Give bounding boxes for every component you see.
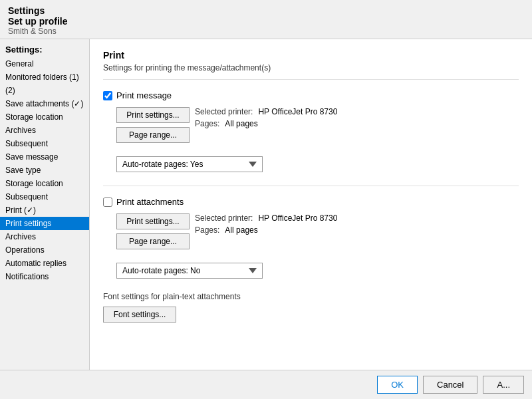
pages-label-attachments: Pages: xyxy=(195,225,219,235)
print-attachments-checkbox[interactable] xyxy=(103,198,112,207)
auto-rotate-attachments-select[interactable]: Auto-rotate pages: Yes Auto-rotate pages… xyxy=(116,263,263,279)
sidebar-item-subsequent2[interactable]: Subsequent xyxy=(0,190,89,203)
pages-row-attachments: Pages: All pages xyxy=(195,225,337,235)
print-message-label: Print message xyxy=(116,90,172,100)
print-message-buttons: Print settings... Page range... xyxy=(116,107,190,143)
content-area: Print Settings for printing the message/… xyxy=(90,39,532,370)
pages-value-message: All pages xyxy=(225,119,257,128)
ok-button[interactable]: OK xyxy=(377,376,418,394)
print-message-section: Print message Print settings... Page ran… xyxy=(103,90,519,172)
profile-label: Set up profile xyxy=(8,16,524,27)
sidebar-item-print-settings[interactable]: Print settings xyxy=(0,217,89,230)
font-settings-btn[interactable]: Font settings... xyxy=(103,307,176,323)
content-title: Print xyxy=(103,50,519,61)
print-settings-btn-attachments[interactable]: Print settings... xyxy=(116,213,190,229)
print-attachments-grid: Print settings... Page range... Selected… xyxy=(116,213,519,256)
main-area: Settings: GeneralMonitored folders (1)(2… xyxy=(0,39,532,370)
pages-row-message: Pages: All pages xyxy=(195,119,337,128)
sidebar-item-monitored-folders[interactable]: Monitored folders (1) xyxy=(0,70,89,84)
print-attachments-section: Print attachments Print settings... Page… xyxy=(103,197,519,279)
sidebar-item-subsequent[interactable]: Subsequent xyxy=(0,137,89,150)
company-name: Smith & Sons xyxy=(8,27,524,36)
print-attachments-inner: Print settings... Page range... Selected… xyxy=(116,213,519,279)
selected-printer-row-message: Selected printer: HP OfficeJet Pro 8730 xyxy=(195,107,337,116)
page-range-btn-attachments[interactable]: Page range... xyxy=(116,233,190,249)
section-divider-1 xyxy=(103,186,519,186)
sidebar-item-save-type[interactable]: Save type xyxy=(0,164,89,177)
print-message-inner: Print settings... Page range... Selected… xyxy=(116,107,519,172)
sidebar-item-automatic-replies[interactable]: Automatic replies xyxy=(0,257,89,270)
sidebar-item-archives2[interactable]: Archives xyxy=(0,230,89,243)
sidebar-item-archives[interactable]: Archives xyxy=(0,124,89,137)
auto-rotate-attachments-row: Auto-rotate pages: Yes Auto-rotate pages… xyxy=(116,263,519,279)
title-bar: Settings Set up profile Smith & Sons xyxy=(0,0,532,39)
pages-label-message: Pages: xyxy=(195,119,219,128)
sidebar-item-save-message[interactable]: Save message xyxy=(0,150,89,164)
sidebar-item-print-checkv[interactable]: Print (✓) xyxy=(0,203,89,217)
bottom-bar: OK Cancel A... xyxy=(0,370,532,399)
print-settings-btn-message[interactable]: Print settings... xyxy=(116,107,190,123)
sidebar-item-storage-location[interactable]: Storage location xyxy=(0,110,89,124)
print-message-checkbox[interactable] xyxy=(103,91,112,100)
page-range-btn-message[interactable]: Page range... xyxy=(116,127,190,143)
selected-printer-value-message: HP OfficeJet Pro 8730 xyxy=(258,107,337,116)
sidebar-item-storage-location2[interactable]: Storage location xyxy=(0,177,89,190)
print-message-grid: Print settings... Page range... Selected… xyxy=(116,107,519,150)
sidebar-item-save-attachments[interactable]: Save attachments (✓) xyxy=(0,97,89,110)
sidebar-item-operations[interactable]: Operations xyxy=(0,243,89,257)
print-attachments-label: Print attachments xyxy=(116,197,184,207)
sidebar-header: Settings: xyxy=(0,39,89,57)
print-attachments-details: Selected printer: HP OfficeJet Pro 8730 … xyxy=(195,213,337,235)
window-title: Settings xyxy=(8,5,524,16)
font-settings-label: Font settings for plain-text attachments xyxy=(103,292,519,301)
font-settings-section: Font settings for plain-text attachments… xyxy=(103,292,519,323)
print-attachments-checkbox-row: Print attachments xyxy=(103,197,519,207)
pages-value-attachments: All pages xyxy=(225,225,257,235)
print-message-checkbox-row: Print message xyxy=(103,90,519,100)
auto-rotate-message-select[interactable]: Auto-rotate pages: Yes Auto-rotate pages… xyxy=(116,156,263,172)
selected-printer-label-attachments: Selected printer: xyxy=(195,213,253,223)
apply-button[interactable]: A... xyxy=(483,376,524,394)
cancel-button[interactable]: Cancel xyxy=(423,376,477,394)
sidebar-item-notifications[interactable]: Notifications xyxy=(0,270,89,283)
selected-printer-label-message: Selected printer: xyxy=(195,107,253,116)
main-window: Settings Set up profile Smith & Sons Set… xyxy=(0,0,532,399)
content-subtitle: Settings for printing the message/attach… xyxy=(103,63,519,80)
auto-rotate-message-row: Auto-rotate pages: Yes Auto-rotate pages… xyxy=(116,156,519,172)
print-message-details: Selected printer: HP OfficeJet Pro 8730 … xyxy=(195,107,337,128)
selected-printer-value-attachments: HP OfficeJet Pro 8730 xyxy=(258,213,337,223)
sidebar-item-item2[interactable]: (2) xyxy=(0,84,89,97)
sidebar: Settings: GeneralMonitored folders (1)(2… xyxy=(0,39,90,370)
selected-printer-row-attachments: Selected printer: HP OfficeJet Pro 8730 xyxy=(195,213,337,223)
print-attachments-buttons: Print settings... Page range... xyxy=(116,213,190,249)
sidebar-item-general[interactable]: General xyxy=(0,57,89,70)
